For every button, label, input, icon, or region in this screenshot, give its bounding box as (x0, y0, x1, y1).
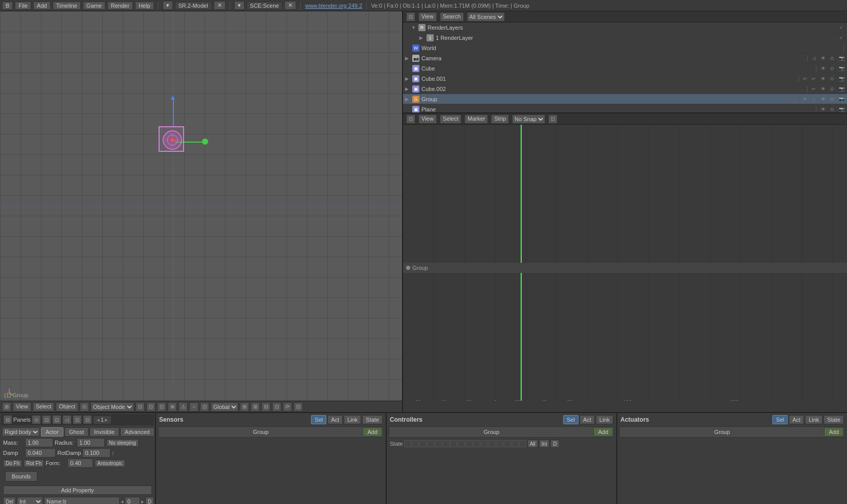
vp-view-btn[interactable]: View (13, 402, 31, 411)
timeline-marker-btn[interactable]: Marker (464, 114, 488, 124)
menu-file[interactable]: File (15, 2, 31, 10)
group-sel[interactable]: ⊙ (829, 96, 836, 103)
group-render[interactable]: 📷 (838, 96, 845, 103)
sensors-add-btn[interactable]: Add (363, 427, 382, 437)
panels-btn6[interactable]: ⊡ (83, 415, 92, 424)
vp-circle-icon[interactable]: ○ (189, 402, 198, 411)
sensors-state-btn[interactable]: State (362, 415, 383, 424)
timeline-content[interactable]: Group -60 -40 -20 0 20 40 60 100 200 (403, 125, 847, 401)
sensors-link-btn[interactable]: Link (344, 415, 361, 424)
timeline-snap-select[interactable]: No Snap (512, 114, 545, 124)
vp-mode-select[interactable]: Object Mode Edit Mode (91, 402, 134, 411)
damp-input[interactable] (25, 448, 56, 457)
state-box-14[interactable] (504, 440, 511, 447)
scene-select-btn[interactable]: ▾ (234, 1, 244, 10)
timeline-strip-btn[interactable]: Strip (491, 114, 509, 124)
vp-cam-icon[interactable]: ⊡ (294, 402, 303, 411)
state-box-6[interactable] (442, 440, 450, 447)
outliner-row-renderlayer1[interactable]: ▶ 1 1 RenderLayer ✓ (403, 33, 847, 43)
vp-warn-icon[interactable]: ⚠ (179, 402, 188, 411)
anisotropic-btn[interactable]: Anisotropic (95, 460, 125, 467)
renderlayers-check[interactable]: ✓ (838, 24, 845, 31)
group-vis[interactable]: 👁 (819, 96, 827, 103)
sensors-act-btn[interactable]: Act (327, 415, 343, 424)
outliner-row-plane[interactable]: ▣ Plane 👁 ⊙ 📷 (403, 104, 847, 113)
vp-object-btn[interactable]: Object (56, 402, 78, 411)
vp-layers-icon[interactable]: ⊟ (261, 402, 271, 411)
controllers-add-btn[interactable]: Add (593, 427, 613, 437)
cube002-sel[interactable]: ⊙ (829, 85, 836, 93)
physics-tab-advanced[interactable]: Advanced (120, 427, 154, 437)
state-box-12[interactable] (488, 440, 496, 447)
outliner-scene-select[interactable]: All Scenes (467, 12, 505, 21)
rotdamp-input[interactable] (82, 448, 110, 457)
timeline-select-btn[interactable]: Select (440, 114, 462, 124)
prop-val-right[interactable]: ▸ (141, 498, 144, 505)
state-box-16[interactable] (519, 440, 526, 447)
outliner-row-cube[interactable]: ▣ Cube 👁 ⊙ 📷 (403, 63, 847, 74)
vp-grid-icon[interactable]: ⊞ (2, 402, 11, 411)
actuators-add-btn[interactable]: Add (824, 427, 843, 437)
menu-game[interactable]: Game (83, 2, 105, 10)
state-all-btn[interactable]: All (527, 440, 538, 448)
controllers-link-btn[interactable]: Link (596, 415, 613, 424)
prop-del-btn[interactable]: Del (3, 497, 16, 504)
cube001-r1[interactable]: ↩ (801, 75, 809, 82)
cube001-render[interactable]: 📷 (838, 75, 845, 82)
vp-icon2[interactable]: ⊡ (146, 402, 155, 411)
prop-name-input[interactable] (44, 497, 120, 504)
state-box-7[interactable] (450, 440, 457, 447)
state-box-13[interactable] (496, 440, 503, 447)
state-box-9[interactable] (465, 440, 473, 447)
state-box-11[interactable] (481, 440, 488, 447)
state-box-1[interactable] (404, 440, 411, 447)
form-input[interactable] (68, 459, 93, 468)
vp-grid3-icon[interactable]: ⊞ (251, 402, 260, 411)
blender-icon-btn[interactable]: B (2, 2, 13, 10)
prop-type-select[interactable]: Int Float Bool String (17, 497, 43, 504)
sensors-sel-btn[interactable]: Sel (311, 415, 326, 424)
plane-render[interactable]: 📷 (838, 106, 845, 113)
frame-right-arrow[interactable]: ▸ (105, 417, 108, 423)
state-box-4[interactable] (427, 440, 434, 447)
group-r1[interactable]: ⟳ (801, 96, 809, 103)
state-box-8[interactable] (458, 440, 465, 447)
vp-pivot-select[interactable]: Global Local (211, 402, 238, 411)
cube-sel[interactable]: ⊙ (829, 65, 836, 72)
physics-tab-ghost[interactable]: Ghost (64, 427, 88, 437)
outliner-row-group[interactable]: ▶ G Group ⟳ ○ 👁 ⊙ 📷 (403, 94, 847, 104)
vp-grid2-icon[interactable]: ⊞ (240, 402, 249, 411)
outliner-row-cube002[interactable]: ▶ ▣ Cube.002 ↩ 👁 ⊙ 📷 (403, 84, 847, 94)
controllers-act-btn[interactable]: Act (579, 415, 595, 424)
state-ini-btn[interactable]: Ini (539, 440, 550, 448)
menu-add[interactable]: Add (33, 2, 51, 10)
state-box-5[interactable] (435, 440, 442, 447)
camera-restrict[interactable]: ◁ (810, 55, 817, 62)
add-property-bar[interactable]: Add Property (3, 486, 152, 495)
outliner-row-cube001[interactable]: ▶ ▣ Cube.001 ↩ ↩ 👁 ⊙ 📷 (403, 74, 847, 84)
group-r2[interactable]: ○ (810, 96, 817, 103)
bounds-btn[interactable]: Bounds (5, 471, 37, 482)
outliner-search-btn[interactable]: Search (440, 12, 464, 21)
camera-render[interactable]: 📷 (838, 55, 845, 62)
scene-close-btn[interactable]: ✕ (284, 1, 296, 10)
vp-mode-icon[interactable]: ⊙ (80, 402, 89, 411)
cube001-sel[interactable]: ⊙ (829, 75, 836, 82)
cube001-r2[interactable]: ↩ (810, 75, 817, 82)
outliner-row-renderlayers[interactable]: ▼ R RenderLayers ✓ (403, 22, 847, 33)
panels-btn5[interactable]: ⊡ (73, 415, 82, 424)
selected-object[interactable] (156, 124, 187, 154)
physics-type-select[interactable]: Rigid body Soft body Fluid (2, 427, 40, 437)
vp-lock-icon[interactable]: ⊡ (272, 402, 281, 411)
actuators-act-btn[interactable]: Act (789, 415, 804, 424)
menu-render[interactable]: Render (107, 2, 133, 10)
controllers-sel-btn[interactable]: Sel (563, 415, 578, 424)
actuators-state-btn[interactable]: State (823, 415, 844, 424)
camera-sel[interactable]: ⊙ (829, 55, 836, 62)
frame-value[interactable]: 1 (101, 417, 104, 423)
menu-help[interactable]: Help (135, 2, 154, 10)
vp-magnet-icon[interactable]: ⊡ (200, 402, 209, 411)
vp-cursor-icon[interactable]: ⊕ (168, 402, 177, 411)
outliner-row-camera[interactable]: ▶ 📷 Camera ◁ 👁 ⊙ 📷 (403, 53, 847, 63)
outliner-icon-btn[interactable]: ⊡ (406, 12, 415, 21)
